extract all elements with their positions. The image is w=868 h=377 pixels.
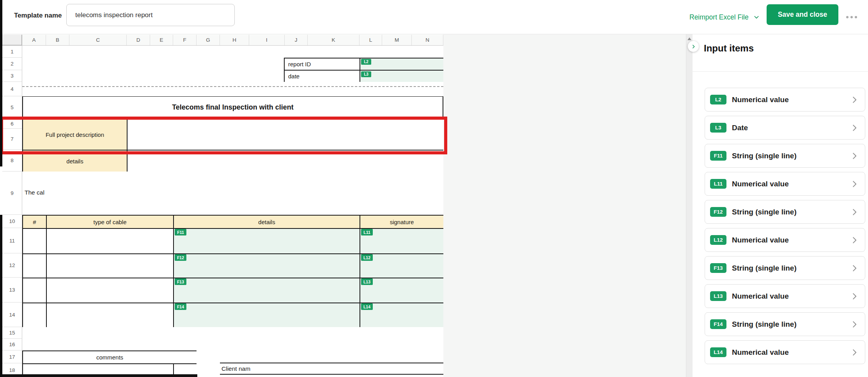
cell-the-cal[interactable]: The cal <box>25 189 44 196</box>
row-header-11[interactable]: 11 <box>2 228 22 253</box>
input-item-label: Numerical value <box>732 236 789 244</box>
column-header-D[interactable]: D <box>127 35 150 45</box>
row-header-1[interactable]: 1 <box>2 46 22 58</box>
details-block: details <box>22 150 443 172</box>
input-items-panel: Input items L2 Numerical value L3 Date F… <box>693 34 868 377</box>
cell-ref-badge: F12 <box>710 207 726 217</box>
row-header-14[interactable]: 14 <box>2 303 22 327</box>
page-break-line <box>22 86 443 87</box>
input-item[interactable]: F12 String (single line) <box>705 200 865 224</box>
table-cell[interactable] <box>173 303 360 327</box>
cell-ref-badge: L3 <box>710 123 726 133</box>
table-header-signature[interactable]: signature <box>360 215 443 228</box>
column-header-H[interactable]: H <box>220 35 249 45</box>
select-all-corner[interactable] <box>2 35 22 46</box>
table-cell[interactable] <box>46 228 173 253</box>
row-header-15[interactable]: 15 <box>2 327 22 339</box>
row-header-7[interactable]: 7 <box>2 129 22 150</box>
divider <box>693 71 868 72</box>
row-headers[interactable]: 123456789101112131415161718 <box>2 46 22 377</box>
cell-details-label[interactable]: details <box>22 150 127 172</box>
column-header-B[interactable]: B <box>46 35 69 45</box>
input-item-label: String (single line) <box>732 320 797 329</box>
chevron-right-icon <box>850 292 859 301</box>
table-cell[interactable] <box>173 278 360 303</box>
column-header-N[interactable]: N <box>412 35 443 45</box>
cell-report-id-value[interactable] <box>360 58 443 70</box>
save-and-close-button[interactable]: Save and close <box>767 4 838 25</box>
row-header-12[interactable]: 12 <box>2 253 22 278</box>
template-name-input[interactable] <box>66 4 235 26</box>
more-options-icon[interactable] <box>846 0 857 34</box>
cell-details-value[interactable] <box>127 150 443 172</box>
row-header-4[interactable]: 4 <box>2 82 22 96</box>
input-item[interactable]: F11 String (single line) <box>705 144 865 168</box>
column-header-A[interactable]: A <box>22 35 46 45</box>
template-editor: Template name Reimport Excel File Save a… <box>0 0 868 377</box>
table-header-type-of-cable[interactable]: type of cable <box>46 215 173 228</box>
save-and-close-label: Save and close <box>778 11 827 19</box>
cell-comments[interactable]: comments <box>22 350 197 363</box>
input-item[interactable]: L11 Numerical value <box>705 172 865 196</box>
table-cell[interactable] <box>22 228 46 253</box>
input-item[interactable]: L14 Numerical value <box>705 340 865 364</box>
row-header-6[interactable]: 6 <box>2 119 22 129</box>
cell-ref-badge: F11 <box>710 151 726 161</box>
row-header-13[interactable]: 13 <box>2 278 22 303</box>
column-headers[interactable]: ABCDEFGHIJKLMN <box>2 35 443 46</box>
chevron-right-icon <box>850 208 859 216</box>
cell-sheet-title[interactable]: Telecoms final Inspection with client <box>22 96 443 119</box>
row-header-16[interactable]: 16 <box>2 339 22 350</box>
chevron-right-icon <box>850 124 859 132</box>
cell-full-project-description[interactable]: Full project description <box>22 119 127 150</box>
input-item[interactable]: L2 Numerical value <box>705 88 865 112</box>
column-header-M[interactable]: M <box>382 35 412 45</box>
cell-report-id[interactable]: report ID <box>284 58 360 70</box>
reimport-excel-dropdown[interactable]: Reimport Excel File <box>689 0 760 34</box>
cell-date[interactable]: date <box>284 70 360 82</box>
input-item[interactable]: F13 String (single line) <box>705 256 865 280</box>
column-header-F[interactable]: F <box>173 35 197 45</box>
row-header-3[interactable]: 3 <box>2 70 22 82</box>
cell-description-value[interactable] <box>127 119 443 150</box>
table-cell[interactable] <box>46 303 173 327</box>
chevron-right-icon <box>850 264 859 273</box>
table-cell[interactable] <box>22 303 46 327</box>
table-cell[interactable] <box>22 278 46 303</box>
chevron-right-icon <box>691 44 696 49</box>
table-cell[interactable] <box>173 228 360 253</box>
scroll-up-icon[interactable] <box>687 37 691 40</box>
input-item-label: Numerical value <box>732 348 789 357</box>
column-header-I[interactable]: I <box>249 35 285 45</box>
column-header-G[interactable]: G <box>197 35 220 45</box>
row-header-9[interactable]: 9 <box>2 172 22 215</box>
input-item[interactable]: L3 Date <box>705 116 865 140</box>
cell-date-value[interactable] <box>360 70 443 82</box>
table-header--[interactable]: # <box>22 215 46 228</box>
table-cell[interactable] <box>173 253 360 278</box>
collapse-panel-button[interactable] <box>688 41 699 52</box>
table-header-details[interactable]: details <box>173 215 360 228</box>
row-header-8[interactable]: 8 <box>2 150 22 172</box>
table-cell[interactable] <box>46 278 173 303</box>
column-header-L[interactable]: L <box>360 35 382 45</box>
chevron-right-icon <box>850 96 859 104</box>
cell-client-name[interactable]: Client nam <box>221 365 250 372</box>
column-header-C[interactable]: C <box>69 35 127 45</box>
column-header-K[interactable]: K <box>308 35 360 45</box>
input-item[interactable]: F14 String (single line) <box>705 312 865 336</box>
cell-ref-badge: L13 <box>361 278 373 285</box>
cell-ref-badge: L14 <box>710 347 726 357</box>
table-cell[interactable] <box>46 253 173 278</box>
table-cell[interactable] <box>22 253 46 278</box>
input-item[interactable]: L13 Numerical value <box>705 284 865 308</box>
column-header-J[interactable]: J <box>285 35 308 45</box>
input-item[interactable]: L12 Numerical value <box>705 228 865 252</box>
row-header-5[interactable]: 5 <box>2 96 22 119</box>
row-header-2[interactable]: 2 <box>2 58 22 70</box>
vertical-scrollbar[interactable] <box>686 34 693 377</box>
column-header-E[interactable]: E <box>150 35 173 45</box>
spreadsheet-canvas[interactable]: ABCDEFGHIJKLMN 1234567891011121314151617… <box>0 34 686 377</box>
row-header-17[interactable]: 17 <box>2 350 22 363</box>
row-header-10[interactable]: 10 <box>2 215 22 228</box>
